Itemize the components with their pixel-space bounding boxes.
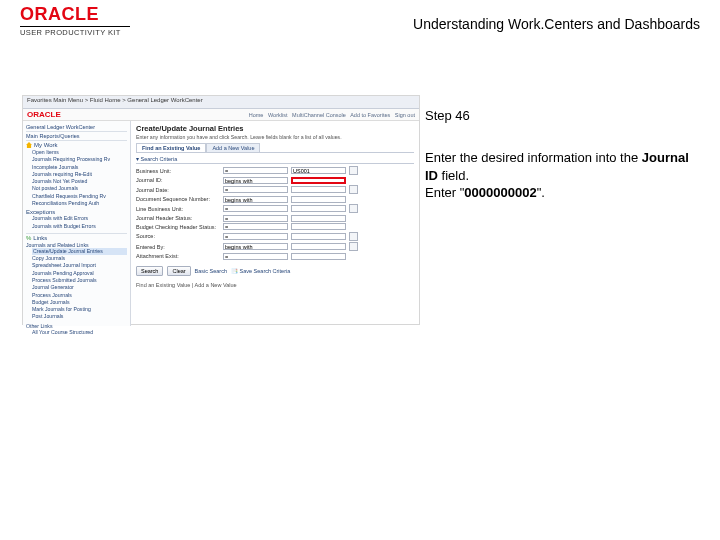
sidebar: General Ledger WorkCenter Main Reports/Q… bbox=[23, 121, 131, 326]
open-items-list: Open Items Journals Requiring Processing… bbox=[26, 149, 127, 207]
step-text-1a: Enter the desired information into the bbox=[425, 150, 642, 165]
label-bc-status: Budget Checking Header Status: bbox=[136, 224, 220, 230]
app-screenshot: Favorites Main Menu > Fluid Home > Gener… bbox=[22, 95, 420, 325]
tabs: Find an Existing Value Add a New Value bbox=[136, 143, 414, 153]
link-icon: % bbox=[26, 235, 31, 241]
field-entered-by[interactable] bbox=[291, 243, 346, 250]
clear-button[interactable]: Clear bbox=[167, 266, 190, 276]
step-panel: Step 46 Enter the desired information in… bbox=[425, 108, 690, 202]
field-attachment[interactable] bbox=[291, 253, 346, 260]
search-criteria-header: ▾ Search Criteria bbox=[136, 156, 414, 164]
home-icon bbox=[26, 142, 32, 148]
op-attachment[interactable]: = bbox=[223, 253, 288, 260]
sidebar-item[interactable]: Budget Journals bbox=[32, 299, 127, 306]
step-text-2a: Enter " bbox=[425, 185, 464, 200]
links-label: Links bbox=[33, 235, 47, 241]
tab-find-existing[interactable]: Find an Existing Value bbox=[136, 143, 206, 152]
footer-tabs: Find an Existing Value | Add a New Value bbox=[136, 282, 414, 288]
nav-fav[interactable]: Add to Favorites bbox=[350, 112, 390, 118]
field-journal-date[interactable] bbox=[291, 186, 346, 193]
label-source: Source: bbox=[136, 233, 220, 239]
sidebar-item[interactable]: Journal Generator bbox=[32, 284, 127, 291]
step-text-1c: field. bbox=[438, 168, 469, 183]
save-search-label: Save Search Criteria bbox=[240, 268, 291, 274]
top-nav: Home Worklist MultiChannel Console Add t… bbox=[249, 112, 415, 118]
oracle-logo-mini: ORACLE bbox=[27, 110, 61, 119]
button-row: Search Clear Basic Search 📑 Save Search … bbox=[136, 266, 414, 276]
main-content: Create/Update Journal Entries Enter any … bbox=[131, 121, 419, 326]
op-line-bu[interactable]: = bbox=[223, 205, 288, 212]
nav-signout[interactable]: Sign out bbox=[395, 112, 415, 118]
step-text-2b: 0000000002 bbox=[464, 185, 536, 200]
sidebar-item[interactable]: Post Journals bbox=[32, 313, 127, 320]
step-instruction: Enter the desired information into the J… bbox=[425, 149, 690, 202]
sidebar-item[interactable]: Not posted Journals bbox=[32, 185, 127, 192]
lookup-icon[interactable] bbox=[349, 204, 358, 213]
op-source[interactable]: = bbox=[223, 233, 288, 240]
sidebar-item[interactable]: Journals Pending Approval bbox=[32, 270, 127, 277]
sidebar-item[interactable]: Spreadsheet Journal Import bbox=[32, 262, 127, 269]
label-line-bu: Line Business Unit: bbox=[136, 206, 220, 212]
step-number: Step 46 bbox=[425, 108, 690, 123]
doc-header: ORACLE USER PRODUCTIVITY KIT Understandi… bbox=[20, 4, 700, 42]
sidebar-item[interactable]: Journals Not Yet Posted bbox=[32, 178, 127, 185]
label-attachment: Attachment Exist: bbox=[136, 253, 220, 259]
page-title: Understanding Work.Centers and Dashboard… bbox=[413, 16, 700, 32]
field-jh-status[interactable] bbox=[291, 215, 346, 222]
label-doc-seq: Document Sequence Number: bbox=[136, 196, 220, 202]
nav-home[interactable]: Home bbox=[249, 112, 264, 118]
field-source[interactable] bbox=[291, 233, 346, 240]
op-journal-date[interactable]: = bbox=[223, 186, 288, 193]
calendar-icon[interactable] bbox=[349, 185, 358, 194]
sidebar-item[interactable]: Journals with Edit Errors bbox=[32, 215, 127, 222]
label-journal-date: Journal Date: bbox=[136, 187, 220, 193]
nav-mcc[interactable]: MultiChannel Console bbox=[292, 112, 346, 118]
my-work-header[interactable]: My Work bbox=[26, 142, 127, 148]
op-business-unit[interactable]: = bbox=[223, 167, 288, 174]
sidebar-item[interactable]: Copy Journals bbox=[32, 255, 127, 262]
search-button[interactable]: Search bbox=[136, 266, 163, 276]
label-entered-by: Entered By: bbox=[136, 244, 220, 250]
lookup-icon[interactable] bbox=[349, 166, 358, 175]
lookup-icon[interactable] bbox=[349, 242, 358, 251]
sidebar-item[interactable]: Reconciliations Pending Auth bbox=[32, 200, 127, 207]
search-criteria-label: Search Criteria bbox=[141, 156, 178, 162]
save-search-link[interactable]: 📑 Save Search Criteria bbox=[231, 268, 290, 274]
field-business-unit[interactable]: US001 bbox=[291, 167, 346, 174]
tab-add-new[interactable]: Add a New Value bbox=[206, 143, 260, 152]
sidebar-item[interactable]: Incomplete Journals bbox=[32, 164, 127, 171]
my-work-label: My Work bbox=[34, 142, 58, 148]
lookup-icon[interactable] bbox=[349, 232, 358, 241]
label-business-unit: Business Unit: bbox=[136, 168, 220, 174]
app-header: ORACLE Home Worklist MultiChannel Consol… bbox=[23, 109, 419, 121]
op-jh-status[interactable]: = bbox=[223, 215, 288, 222]
step-text-2c: ". bbox=[537, 185, 545, 200]
op-journal-id[interactable]: begins with bbox=[223, 177, 288, 184]
label-jh-status: Journal Header Status: bbox=[136, 215, 220, 221]
basic-search-link[interactable]: Basic Search bbox=[195, 268, 227, 274]
op-entered-by[interactable]: begins with bbox=[223, 243, 288, 250]
field-bc-status[interactable] bbox=[291, 223, 346, 230]
field-journal-id[interactable] bbox=[291, 177, 346, 184]
field-line-bu[interactable] bbox=[291, 205, 346, 212]
sidebar-item[interactable]: Journals requiring Re-Edit bbox=[32, 171, 127, 178]
sidebar-item[interactable]: Journals with Budget Errors bbox=[32, 223, 127, 230]
sidebar-item[interactable]: All Your Course Structured bbox=[32, 329, 127, 336]
workcenter-tabs: Main Reports/Queries bbox=[26, 132, 127, 141]
content-subtitle: Enter any information you have and click… bbox=[136, 134, 414, 140]
oracle-logo: ORACLE bbox=[20, 4, 99, 25]
content-title: Create/Update Journal Entries bbox=[136, 124, 414, 133]
sidebar-item[interactable]: Chartfield Requests Pending Rv bbox=[32, 193, 127, 200]
sidebar-item[interactable]: Process Journals bbox=[32, 292, 127, 299]
nav-worklist[interactable]: Worklist bbox=[268, 112, 287, 118]
links-header[interactable]: % Links bbox=[26, 233, 127, 241]
sidebar-item[interactable]: Mark Journals for Posting bbox=[32, 306, 127, 313]
op-bc-status[interactable]: = bbox=[223, 223, 288, 230]
sidebar-item[interactable]: Journals Requiring Processing Rv bbox=[32, 156, 127, 163]
sidebar-item[interactable]: Open Items bbox=[32, 149, 127, 156]
search-form: ▾ Search Criteria Business Unit: = US001… bbox=[136, 156, 414, 288]
op-doc-seq[interactable]: begins with bbox=[223, 196, 288, 203]
sidebar-item-selected[interactable]: Create/Update Journal Entries bbox=[32, 248, 127, 255]
sidebar-item[interactable]: Process Submitted Journals bbox=[32, 277, 127, 284]
field-doc-seq[interactable] bbox=[291, 196, 346, 203]
